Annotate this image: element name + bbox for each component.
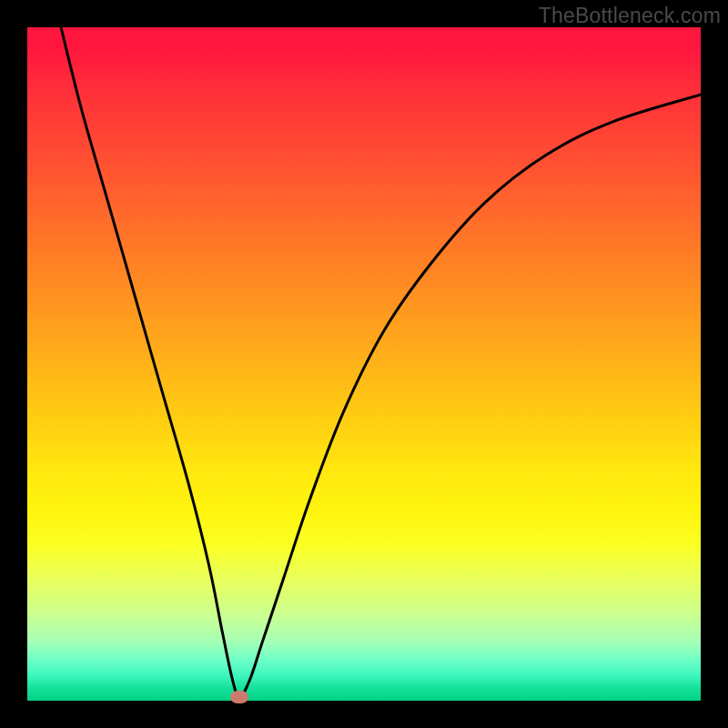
optimal-marker xyxy=(230,691,248,703)
curve-svg xyxy=(27,27,701,701)
watermark-text: TheBottleneck.com xyxy=(539,4,721,28)
bottleneck-curve xyxy=(61,27,701,697)
plot-area xyxy=(27,27,701,701)
chart-frame: TheBottleneck.com xyxy=(0,0,728,728)
